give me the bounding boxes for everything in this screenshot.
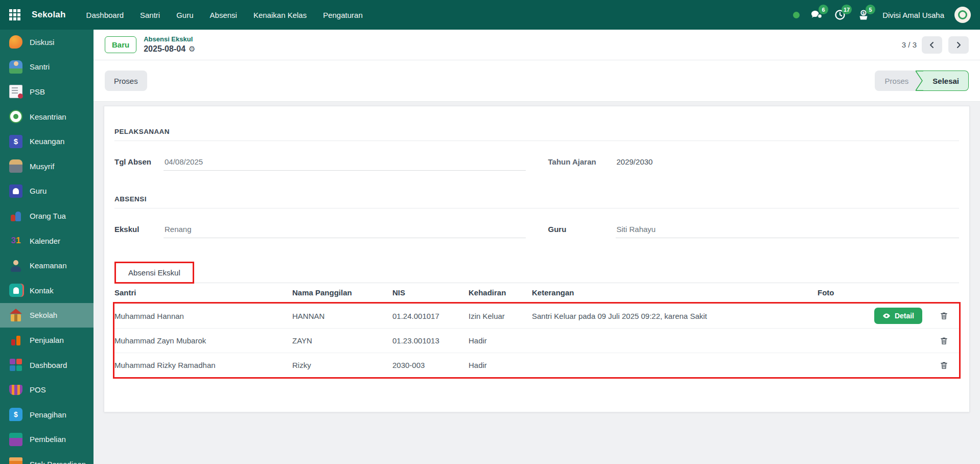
sheet-area: PELAKSANAAN Tgl Absen 04/08/2025 Tahun A… — [94, 102, 980, 412]
annotation-box-tab: Absensi Ekskul — [114, 262, 194, 284]
apps-grid-icon[interactable] — [9, 9, 20, 20]
sidebar-item-keamanan[interactable]: Keamanan — [0, 253, 94, 278]
sidebar-item-label: PSB — [30, 87, 45, 96]
gear-icon[interactable] — [189, 44, 195, 54]
cell-santri: Muhammad Hannan — [114, 312, 292, 320]
stage-proses[interactable]: Proses — [875, 71, 916, 91]
cell-keterangan: Santri Keluar pada 09 Juli 2025 09:22, k… — [532, 312, 818, 320]
breadcrumb: Absensi Ekskul 2025-08-04 — [144, 35, 195, 54]
sidebar-item-orang-tua[interactable]: Orang Tua — [0, 203, 94, 228]
sidebar-item-keuangan[interactable]: Keuangan — [0, 129, 94, 154]
sidebar-item-pos[interactable]: POS — [0, 377, 94, 402]
teacher-icon — [9, 184, 22, 198]
sidebar-item-pembelian[interactable]: Pembelian — [0, 427, 94, 452]
sidebar-item-santri[interactable]: Santri — [0, 55, 94, 80]
field-guru: Guru Siti Rahayu — [548, 224, 960, 238]
sidebar-item-kontak[interactable]: Kontak — [0, 278, 94, 303]
table-row[interactable]: Muhammad Hannan HANNAN 01.24.001017 Izin… — [114, 304, 959, 328]
col-nama-panggilan[interactable]: Nama Panggilan — [292, 288, 392, 297]
pager-next-button[interactable] — [948, 36, 969, 54]
ekskul-label: Ekskul — [114, 224, 164, 234]
col-nis[interactable]: NIS — [392, 288, 469, 297]
sidebar-item-label: Santri — [30, 62, 50, 71]
billing-icon — [9, 408, 22, 421]
sidebar-item-penjualan[interactable]: Penjualan — [0, 328, 94, 353]
sidebar-item-musyrif[interactable]: Musyrif — [0, 154, 94, 179]
app-window: Sekolah Dashboard Santri Guru Absensi Ke… — [0, 0, 980, 464]
user-menu[interactable]: Divisi Amal Usaha — [882, 11, 944, 19]
sidebar-item-diskusi[interactable]: Diskusi — [0, 30, 94, 55]
student-icon — [9, 60, 22, 74]
delete-row-button[interactable] — [934, 336, 959, 345]
annotation-box-rows: Muhammad Hannan HANNAN 01.24.001017 Izin… — [113, 302, 961, 379]
menu-santri[interactable]: Santri — [140, 11, 160, 19]
sidebar-item-stok-persediaan[interactable]: Stok Persediaan — [0, 452, 94, 464]
col-santri[interactable]: Santri — [114, 288, 292, 297]
sidebar-item-label: Dashboard — [30, 361, 67, 369]
sidebar-item-kalender[interactable]: Kalender — [0, 228, 94, 253]
table-row[interactable]: Muhammad Rizky Ramadhan Rizky 2030-003 H… — [114, 353, 959, 377]
main-content: Baru Absensi Ekskul 2025-08-04 3 / 3 Pro… — [94, 30, 980, 464]
sidebar-item-label: Penagihan — [30, 410, 66, 419]
col-foto[interactable]: Foto — [818, 288, 934, 297]
detail-button-label: Detail — [895, 312, 914, 320]
sidebar-item-sekolah[interactable]: Sekolah — [0, 303, 94, 328]
sidebar-item-label: Diskusi — [30, 38, 54, 47]
sidebar-item-label: Keamanan — [30, 261, 67, 270]
activities-icon[interactable]: 17 — [833, 9, 847, 21]
cell-santri: Muhammad Zayn Mubarok — [114, 336, 292, 345]
security-icon — [9, 259, 22, 272]
sidebar-item-guru[interactable]: Guru — [0, 179, 94, 204]
finance-icon — [9, 135, 22, 148]
avatar[interactable] — [954, 7, 971, 23]
col-kehadiran[interactable]: Kehadiran — [469, 288, 532, 297]
menu-dashboard[interactable]: Dashboard — [86, 11, 124, 19]
chevron-right-icon — [955, 41, 962, 49]
sales-chart-icon — [9, 333, 22, 346]
proses-action-button[interactable]: Proses — [105, 71, 147, 91]
detail-button[interactable]: Detail — [874, 308, 922, 324]
stage-selesai-active[interactable]: Selesai — [923, 71, 969, 91]
sidebar-item-penagihan[interactable]: Penagihan — [0, 402, 94, 427]
breadcrumb-model[interactable]: Absensi Ekskul — [144, 35, 195, 43]
sidebar-item-kesantrian[interactable]: Kesantrian — [0, 104, 94, 129]
trash-icon — [940, 361, 948, 370]
cell-santri: Muhammad Rizky Ramadhan — [114, 361, 292, 369]
form-sheet: PELAKSANAAN Tgl Absen 04/08/2025 Tahun A… — [104, 106, 970, 412]
navbar-right: 6 17 $ 5 Divisi Amal Usaha — [793, 7, 971, 23]
sidebar-item-psb[interactable]: PSB — [0, 79, 94, 104]
menu-kenaikan-kelas[interactable]: Kenaikan Kelas — [253, 11, 307, 19]
app-brand[interactable]: Sekolah — [32, 10, 66, 20]
section-pelaksanaan: PELAKSANAAN — [114, 128, 959, 141]
menu-guru[interactable]: Guru — [176, 11, 193, 19]
ekskul-input[interactable]: Renang — [164, 224, 526, 238]
table-row[interactable]: Muhammad Zayn Mubarok ZAYN 01.23.001013 … — [114, 328, 959, 353]
col-keterangan[interactable]: Keterangan — [532, 288, 818, 297]
sidebar-item-label: Musyrif — [30, 162, 54, 171]
sidebar-item-dashboard[interactable]: Dashboard — [0, 353, 94, 378]
mentor-icon — [9, 159, 22, 173]
cell-nis: 01.24.001017 — [392, 312, 469, 320]
cell-nama-panggilan: ZAYN — [292, 336, 392, 345]
emblem-icon — [9, 110, 22, 123]
contacts-icon — [9, 284, 22, 297]
tgl-absen-input[interactable]: 04/08/2025 — [164, 156, 526, 171]
guru-input[interactable]: Siti Rahayu — [616, 224, 960, 238]
menu-pengaturan[interactable]: Pengaturan — [323, 11, 363, 19]
trash-icon — [940, 311, 948, 320]
tahun-ajaran-value: 2029/2030 — [616, 156, 960, 170]
menu-absensi[interactable]: Absensi — [210, 11, 237, 19]
cell-nis: 01.23.001013 — [392, 336, 469, 345]
new-record-button[interactable]: Baru — [105, 36, 136, 53]
parents-icon — [9, 209, 22, 222]
pager-previous-button[interactable] — [922, 36, 942, 54]
sidebar: Diskusi Santri PSB Kesantrian Keuangan M… — [0, 30, 94, 464]
delete-row-button[interactable] — [934, 361, 959, 370]
tab-absensi-ekskul[interactable]: Absensi Ekskul — [116, 263, 193, 282]
chevron-left-icon — [928, 41, 936, 49]
sales-icon[interactable]: $ 5 — [857, 9, 870, 21]
messages-icon[interactable]: 6 — [810, 9, 823, 21]
tgl-absen-label: Tgl Absen — [114, 156, 164, 166]
delete-row-button[interactable] — [934, 311, 959, 320]
sidebar-item-label: Keuangan — [30, 137, 64, 146]
